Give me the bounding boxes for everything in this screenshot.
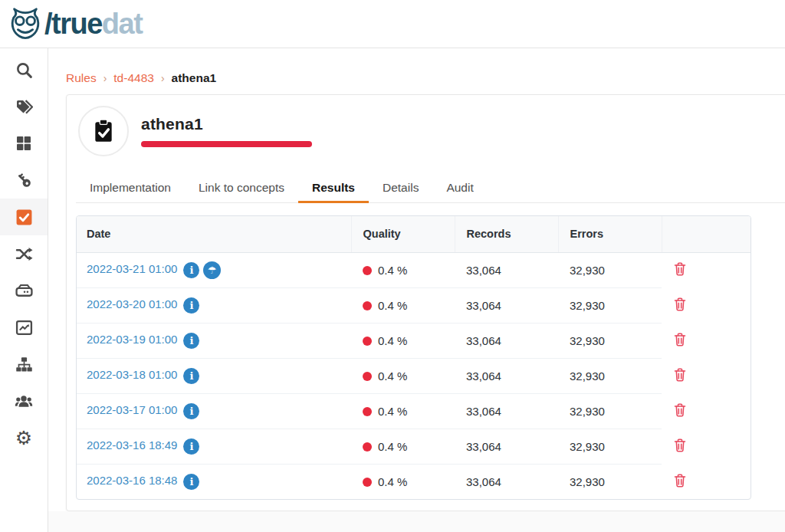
sidebar-item-users[interactable] bbox=[0, 383, 48, 419]
column-header-quality: Quality bbox=[351, 216, 455, 252]
truedat-logo[interactable]: /truedat bbox=[8, 6, 142, 41]
info-icon[interactable]: i bbox=[183, 262, 199, 278]
date-icons: i bbox=[177, 403, 199, 416]
trash-icon[interactable] bbox=[673, 402, 687, 417]
quality-status-dot bbox=[363, 266, 372, 275]
quality-status-dot bbox=[363, 337, 372, 346]
table-row: 2022-03-21 01:00i☂ 0.4 % 33,064 32,930 bbox=[77, 252, 751, 287]
clipboard-check-icon bbox=[93, 119, 114, 143]
breadcrumb-separator: › bbox=[161, 72, 165, 84]
sidebar-item-quality[interactable] bbox=[0, 199, 48, 235]
trash-icon[interactable] bbox=[673, 473, 687, 488]
rule-card-header: athena1 bbox=[67, 95, 785, 172]
date-icons: i bbox=[177, 474, 199, 487]
sidebar-item-modules[interactable] bbox=[0, 125, 48, 162]
errors-cell: 32,930 bbox=[558, 358, 662, 393]
result-date-link[interactable]: 2022-03-16 18:48 bbox=[87, 474, 177, 487]
rule-card: athena1 ImplementationLink to conceptsRe… bbox=[66, 94, 785, 511]
date-icons: i bbox=[177, 333, 199, 346]
quality-cell: 0.4 % bbox=[351, 287, 455, 323]
errors-cell: 32,930 bbox=[558, 429, 662, 464]
actions-cell bbox=[662, 323, 751, 358]
result-date-link[interactable]: 2022-03-21 01:00 bbox=[87, 262, 177, 275]
result-date-link[interactable]: 2022-03-18 01:00 bbox=[87, 368, 177, 381]
logo-text: /truedat bbox=[44, 9, 142, 38]
trash-icon[interactable] bbox=[673, 332, 687, 346]
table-row: 2022-03-18 01:00i 0.4 % 33,064 32,930 bbox=[77, 358, 751, 393]
actions-cell bbox=[662, 464, 751, 499]
quality-cell: 0.4 % bbox=[351, 323, 455, 358]
records-cell: 33,064 bbox=[455, 464, 558, 499]
breadcrumb: Rules›td-4483›athena1 bbox=[66, 71, 785, 85]
trash-icon[interactable] bbox=[673, 261, 687, 276]
quality-cell: 0.4 % bbox=[351, 252, 455, 287]
result-date-link[interactable]: 2022-03-20 01:00 bbox=[87, 297, 177, 310]
date-cell: 2022-03-16 18:49i bbox=[77, 429, 351, 464]
info-icon[interactable]: i bbox=[183, 333, 199, 349]
date-cell: 2022-03-16 18:48i bbox=[77, 464, 351, 499]
table-row: 2022-03-16 18:48i 0.4 % 33,064 32,930 bbox=[77, 464, 751, 499]
sidebar-item-lineage[interactable] bbox=[0, 235, 48, 272]
results-table: Date Quality Records Errors 2022-03-21 0… bbox=[77, 216, 751, 499]
column-header-date: Date bbox=[77, 216, 351, 252]
records-cell: 33,064 bbox=[455, 429, 558, 464]
quality-cell: 0.4 % bbox=[351, 429, 455, 464]
info-icon[interactable]: i bbox=[183, 297, 199, 314]
sidebar-item-search[interactable] bbox=[0, 51, 48, 88]
gear-icon: ⚙ bbox=[15, 429, 32, 448]
tab-details[interactable]: Details bbox=[369, 172, 432, 202]
actions-cell bbox=[662, 393, 751, 429]
column-header-actions bbox=[662, 216, 751, 252]
rule-title-block: athena1 bbox=[141, 115, 312, 147]
result-date-link[interactable]: 2022-03-19 01:00 bbox=[87, 333, 177, 346]
rule-title: athena1 bbox=[141, 115, 312, 133]
records-value: 33,064 bbox=[466, 264, 501, 277]
top-bar: /truedat bbox=[0, 0, 785, 48]
info-icon[interactable]: i bbox=[183, 403, 199, 419]
records-value: 33,064 bbox=[466, 405, 501, 418]
quality-status-dot bbox=[363, 407, 372, 416]
sidebar: ⚙ bbox=[0, 48, 48, 532]
records-cell: 33,064 bbox=[455, 393, 558, 429]
quality-status-dot bbox=[363, 301, 372, 310]
tab-implementation[interactable]: Implementation bbox=[76, 172, 185, 202]
tab-results[interactable]: Results bbox=[298, 172, 369, 202]
column-header-errors: Errors bbox=[558, 216, 662, 252]
quality-cell: 0.4 % bbox=[351, 358, 455, 393]
sidebar-item-metrics[interactable] bbox=[0, 309, 48, 346]
breadcrumb-item[interactable]: Rules bbox=[66, 71, 97, 84]
info-icon[interactable]: i bbox=[183, 368, 199, 384]
tab-audit[interactable]: Audit bbox=[432, 172, 487, 202]
breadcrumb-separator: › bbox=[103, 72, 107, 84]
records-value: 33,064 bbox=[466, 475, 501, 488]
info-icon[interactable]: i bbox=[183, 438, 199, 455]
trash-icon[interactable] bbox=[673, 438, 687, 452]
result-date-link[interactable]: 2022-03-17 01:00 bbox=[87, 403, 177, 416]
sidebar-item-settings[interactable]: ⚙ bbox=[0, 419, 48, 456]
errors-cell: 32,930 bbox=[558, 393, 662, 429]
sidebar-item-permissions[interactable] bbox=[0, 162, 48, 199]
table-row: 2022-03-16 18:49i 0.4 % 33,064 32,930 bbox=[77, 429, 751, 464]
date-cell: 2022-03-19 01:00i bbox=[77, 323, 351, 358]
owl-logo-icon bbox=[8, 6, 43, 41]
check-square-icon bbox=[15, 209, 33, 226]
table-header-row: Date Quality Records Errors bbox=[77, 216, 751, 252]
result-date-link[interactable]: 2022-03-16 18:49 bbox=[87, 438, 177, 452]
sidebar-item-structures[interactable] bbox=[0, 346, 48, 383]
rule-avatar bbox=[78, 106, 129, 156]
sidebar-item-glossary[interactable] bbox=[0, 88, 48, 125]
breadcrumb-item: athena1 bbox=[172, 71, 217, 84]
records-cell: 33,064 bbox=[455, 252, 558, 287]
trash-icon[interactable] bbox=[673, 297, 687, 311]
date-icons: i bbox=[177, 297, 199, 310]
records-value: 33,064 bbox=[466, 334, 501, 347]
trash-icon[interactable] bbox=[673, 367, 687, 382]
errors-value: 32,930 bbox=[570, 334, 605, 347]
umbrella-icon[interactable]: ☂ bbox=[203, 261, 221, 279]
shuffle-icon bbox=[15, 245, 33, 263]
tab-link-to-concepts[interactable]: Link to concepts bbox=[185, 172, 298, 202]
breadcrumb-item[interactable]: td-4483 bbox=[113, 71, 154, 84]
info-icon[interactable]: i bbox=[183, 474, 199, 490]
quality-value: 0.4 % bbox=[378, 369, 407, 383]
sidebar-item-systems[interactable] bbox=[0, 272, 48, 309]
